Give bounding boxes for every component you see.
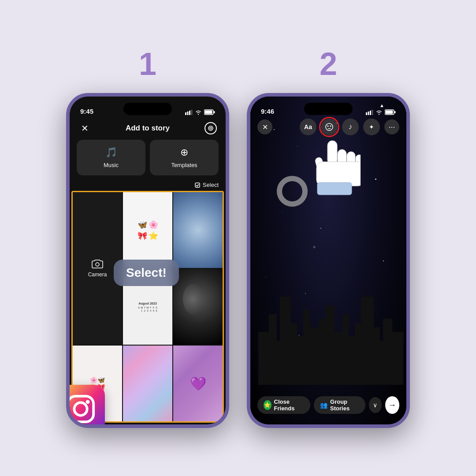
phone-1: 9:45 <box>66 93 229 428</box>
group-icon: 👥 <box>320 402 327 409</box>
main-container: 1 9:45 <box>0 0 476 476</box>
wifi-icon <box>195 110 202 115</box>
svg-rect-30 <box>317 182 352 195</box>
select-text[interactable]: Select <box>194 182 219 188</box>
camera-icon <box>91 259 104 269</box>
close-friends-label: Close Friends <box>274 398 305 412</box>
svg-rect-11 <box>68 396 93 422</box>
step-1: 1 9:45 <box>66 48 229 428</box>
header-title-1: Add to story <box>126 124 170 133</box>
add-to-story-header: ✕ Add to story <box>70 119 226 140</box>
svg-rect-17 <box>372 110 373 115</box>
stickers-cell: 🦋🌸 🎀⭐ <box>123 192 172 268</box>
more-button[interactable]: ··· <box>384 119 399 134</box>
svg-rect-3 <box>191 110 193 115</box>
dynamic-island-1 <box>123 103 172 115</box>
dark-moon-cell <box>173 269 223 345</box>
group-stories-button[interactable]: 👥 Group Stories <box>314 396 365 414</box>
story-bottom-bar: ⭐ Close Friends 👥 Group Stories ∨ → <box>250 396 406 414</box>
svg-rect-5 <box>205 111 212 114</box>
svg-point-12 <box>74 402 87 415</box>
action-buttons: 🎵 Music ⊕ Templates <box>70 140 226 181</box>
music-icon: 🎵 <box>105 147 117 158</box>
chevron-button[interactable]: ∨ <box>369 397 382 413</box>
signal-icon-2 <box>366 110 373 115</box>
templates-label: Templates <box>171 162 197 168</box>
select-bubble-text: Select! <box>126 266 167 279</box>
close-friends-button[interactable]: ⭐ Close Friends <box>257 396 310 414</box>
toolbar-icons: Aa ♪ ✦ ··· <box>300 119 399 135</box>
star-icon: ⭐ <box>264 400 271 410</box>
svg-rect-20 <box>394 111 396 113</box>
hand-cursor <box>303 136 361 198</box>
story-toolbar: ✕ Aa ♪ ✦ <box>250 119 406 135</box>
select-icon <box>194 182 201 188</box>
holographic-cell <box>123 346 172 421</box>
svg-point-10 <box>96 263 99 266</box>
select-bubble: Select! <box>114 260 179 286</box>
time-1: 9:45 <box>80 108 93 115</box>
red-highlight-circle <box>319 117 339 137</box>
svg-rect-19 <box>386 111 393 114</box>
instagram-logo <box>66 385 105 428</box>
group-stories-label: Group Stories <box>330 398 359 412</box>
templates-button[interactable]: ⊕ Templates <box>150 140 219 175</box>
music-button[interactable]: 🎵 Music <box>77 140 145 175</box>
signal-icon <box>185 110 193 115</box>
step-2: 2 <box>247 48 410 428</box>
music-tool-button[interactable]: ♪ <box>342 119 359 135</box>
planet-cell <box>173 192 223 268</box>
svg-rect-9 <box>195 183 200 187</box>
svg-point-7 <box>208 126 213 130</box>
step-2-number: 2 <box>320 48 337 80</box>
send-button[interactable]: → <box>385 396 399 414</box>
svg-rect-24 <box>327 141 337 165</box>
wifi-icon-2 <box>376 110 383 115</box>
status-icons-1 <box>185 109 215 115</box>
svg-rect-0 <box>185 112 186 115</box>
battery-icon <box>204 109 215 115</box>
templates-icon: ⊕ <box>180 147 188 158</box>
settings-circle[interactable] <box>205 122 217 134</box>
camera-label: Camera <box>88 271 107 278</box>
svg-rect-14 <box>366 112 367 115</box>
battery-icon-2 <box>385 109 396 115</box>
time-2: 9:46 <box>261 108 274 115</box>
text-tool-button[interactable]: Aa <box>300 119 316 135</box>
select-row: Select <box>70 181 226 191</box>
phone-2-inner: + + + <box>250 97 406 424</box>
sticker-tool-button[interactable] <box>321 119 338 135</box>
svg-point-8 <box>210 127 212 129</box>
svg-rect-1 <box>187 112 189 115</box>
svg-rect-6 <box>214 111 215 113</box>
heart-cell: 💜 <box>173 346 223 421</box>
effects-tool-button[interactable]: ✦ <box>363 119 380 135</box>
svg-rect-15 <box>368 112 369 115</box>
status-icons-2 <box>366 109 396 115</box>
svg-point-13 <box>86 400 90 404</box>
close-button-1[interactable]: ✕ <box>78 122 91 134</box>
step-1-number: 1 <box>139 48 156 80</box>
phone-2: + + + <box>247 93 410 428</box>
music-label: Music <box>104 162 119 168</box>
svg-rect-2 <box>189 111 190 115</box>
svg-rect-16 <box>370 111 371 115</box>
dynamic-island-2 <box>304 103 353 115</box>
city-silhouette <box>250 297 406 385</box>
close-button-2[interactable]: ✕ <box>257 119 272 134</box>
